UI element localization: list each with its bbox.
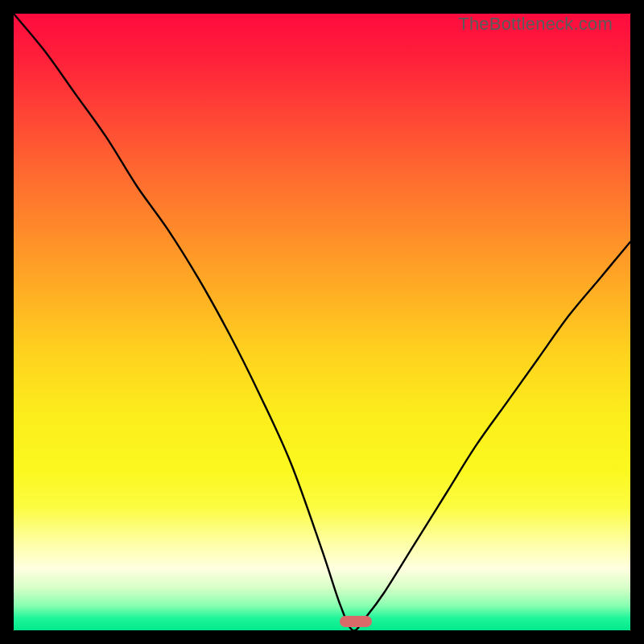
bottleneck-curve — [14, 14, 630, 630]
plot-area: TheBottleneck.com — [14, 14, 630, 630]
minimum-marker — [340, 616, 372, 627]
chart-frame: TheBottleneck.com — [0, 0, 644, 644]
